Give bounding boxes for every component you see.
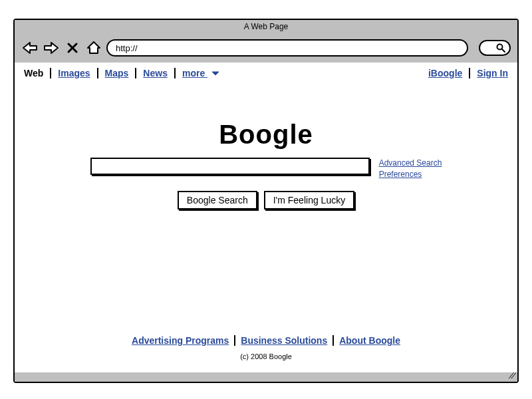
nav-separator bbox=[97, 68, 98, 78]
footer-separator bbox=[234, 335, 235, 346]
footer-about-link[interactable]: About Boogle bbox=[339, 335, 400, 346]
preferences-link[interactable]: Preferences bbox=[379, 169, 442, 180]
forward-button[interactable] bbox=[43, 39, 60, 57]
search-row: Advanced Search Preferences bbox=[90, 158, 442, 180]
footer-business-link[interactable]: Business Solutions bbox=[241, 335, 327, 346]
nav-web[interactable]: Web bbox=[23, 68, 45, 78]
url-bar[interactable]: http:// bbox=[106, 39, 468, 57]
footer-advertising-link[interactable]: Advertising Programs bbox=[132, 335, 229, 346]
advanced-search-link[interactable]: Advanced Search bbox=[379, 158, 442, 169]
nav-sign-in[interactable]: Sign In bbox=[475, 68, 509, 78]
footer-separator bbox=[332, 335, 334, 346]
status-bar: // bbox=[15, 372, 517, 382]
nav-news[interactable]: News bbox=[142, 68, 169, 78]
logo: Boogle bbox=[219, 120, 313, 150]
svg-line-1 bbox=[502, 49, 505, 52]
search-button[interactable]: Boogle Search bbox=[178, 191, 257, 209]
browser-window: A Web Page http:// Web Images Map bbox=[13, 19, 519, 383]
page-content: Web Images Maps News more iBoogle Sign bbox=[15, 63, 517, 372]
footer: Advertising Programs Business Solutions … bbox=[15, 335, 517, 372]
main-area: Boogle Advanced Search Preferences Boogl… bbox=[15, 81, 517, 335]
nav-iboogle[interactable]: iBoogle bbox=[427, 68, 464, 78]
search-side-links: Advanced Search Preferences bbox=[379, 158, 442, 180]
copyright-text: (c) 2008 Boogle bbox=[15, 352, 517, 360]
nav-images[interactable]: Images bbox=[57, 68, 91, 78]
nav-separator bbox=[135, 68, 136, 78]
search-buttons: Boogle Search I'm Feeling Lucky bbox=[178, 191, 354, 209]
browser-toolbar: http:// bbox=[15, 33, 517, 63]
nav-separator bbox=[469, 68, 470, 78]
back-button[interactable] bbox=[21, 39, 39, 57]
url-text: http:// bbox=[116, 43, 138, 53]
nav-more-label: more bbox=[182, 68, 205, 78]
nav-separator bbox=[50, 68, 51, 78]
lucky-button[interactable]: I'm Feeling Lucky bbox=[264, 191, 355, 209]
chevron-down-icon bbox=[211, 68, 219, 78]
footer-links: Advertising Programs Business Solutions … bbox=[15, 335, 517, 346]
window-title: A Web Page bbox=[15, 20, 517, 33]
nav-maps[interactable]: Maps bbox=[104, 68, 130, 78]
nav-separator bbox=[174, 68, 176, 78]
search-icon bbox=[496, 43, 505, 53]
home-button[interactable] bbox=[85, 39, 102, 57]
top-navigation: Web Images Maps News more iBoogle Sign bbox=[15, 63, 517, 81]
stop-button[interactable] bbox=[64, 39, 81, 57]
search-input[interactable] bbox=[90, 158, 370, 175]
resize-grip-icon[interactable]: // bbox=[509, 371, 517, 380]
browser-search-button[interactable] bbox=[479, 40, 511, 56]
nav-more[interactable]: more bbox=[181, 68, 221, 78]
